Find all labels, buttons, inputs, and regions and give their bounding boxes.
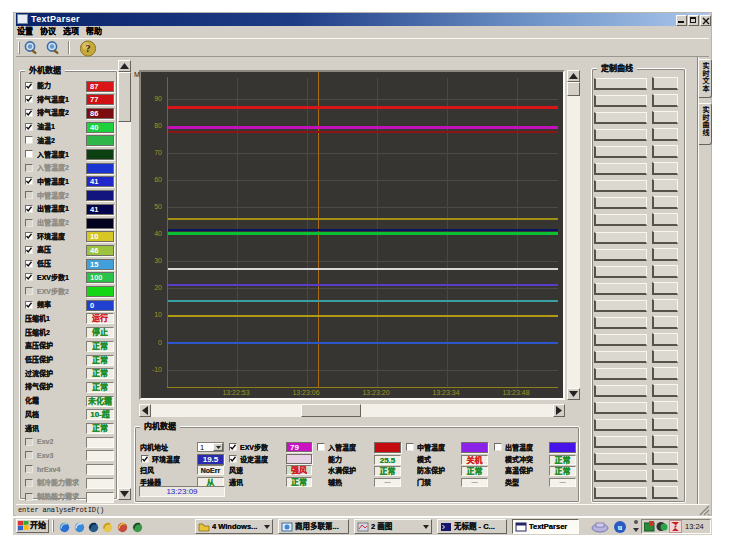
svg-text:?: ? bbox=[86, 43, 91, 54]
svg-text:u: u bbox=[618, 523, 623, 532]
